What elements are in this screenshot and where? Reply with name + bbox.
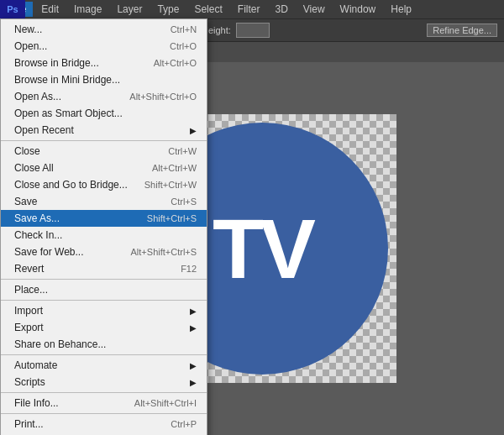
height-input[interactable] — [236, 23, 270, 38]
menu-type[interactable]: Type — [150, 2, 186, 17]
menu-item-new[interactable]: New... Ctrl+N — [1, 21, 207, 38]
menu-item-browse-mini[interactable]: Browse in Mini Bridge... — [1, 71, 207, 88]
menu-item-export[interactable]: Export ▶ — [1, 319, 207, 336]
menu-separator-6 — [1, 413, 207, 414]
menu-separator-2 — [1, 279, 207, 280]
menu-separator-1 — [1, 140, 207, 141]
menu-item-close-bridge[interactable]: Close and Go to Bridge... Shift+Ctrl+W — [1, 176, 207, 193]
menu-item-open-smart[interactable]: Open as Smart Object... — [1, 105, 207, 122]
menu-separator-5 — [1, 392, 207, 393]
menu-item-save-web[interactable]: Save for Web... Alt+Shift+Ctrl+S — [1, 244, 207, 260]
menu-item-save-as[interactable]: Save As... Shift+Ctrl+S — [1, 210, 207, 227]
menu-window[interactable]: Window — [333, 2, 383, 17]
menu-item-file-info[interactable]: File Info... Alt+Shift+Ctrl+I — [1, 395, 207, 411]
menu-bar: Ps File Edit Image Layer Type Select Fil… — [0, 0, 504, 18]
menu-help[interactable]: Help — [384, 2, 418, 17]
menu-layer[interactable]: Layer — [110, 2, 149, 17]
ps-logo: Ps — [0, 0, 25, 18]
menu-item-automate[interactable]: Automate ▶ — [1, 357, 207, 374]
menu-item-revert[interactable]: Revert F12 — [1, 260, 207, 277]
menu-item-save[interactable]: Save Ctrl+S — [1, 193, 207, 210]
menu-item-share-behance[interactable]: Share on Behance... — [1, 336, 207, 353]
menu-filter[interactable]: Filter — [231, 2, 267, 17]
menu-separator-4 — [1, 354, 207, 355]
menu-separator-3 — [1, 300, 207, 301]
menu-item-scripts[interactable]: Scripts ▶ — [1, 374, 207, 390]
refine-edge-button[interactable]: Refine Edge... — [427, 24, 497, 37]
menu-item-close-all[interactable]: Close All Alt+Ctrl+W — [1, 160, 207, 176]
menu-item-open-as[interactable]: Open As... Alt+Shift+Ctrl+O — [1, 88, 207, 105]
menu-edit[interactable]: Edit — [34, 2, 66, 17]
menu-3d[interactable]: 3D — [268, 2, 294, 17]
menu-item-browse-bridge[interactable]: Browse in Bridge... Alt+Ctrl+O — [1, 55, 207, 71]
menu-item-open-recent[interactable]: Open Recent ▶ — [1, 122, 207, 139]
tv-logo-text: TV — [213, 201, 312, 297]
menu-item-print[interactable]: Print... Ctrl+P — [1, 416, 207, 432]
menu-item-close[interactable]: Close Ctrl+W — [1, 143, 207, 160]
menu-image[interactable]: Image — [67, 2, 108, 17]
menu-item-open[interactable]: Open... Ctrl+O — [1, 38, 207, 55]
file-dropdown-menu: New... Ctrl+N Open... Ctrl+O Browse in B… — [0, 18, 207, 435]
menu-view[interactable]: View — [297, 2, 332, 17]
menu-item-check-in[interactable]: Check In... — [1, 227, 207, 244]
menu-select[interactable]: Select — [187, 2, 228, 17]
menu-item-place[interactable]: Place... — [1, 281, 207, 298]
menu-item-import[interactable]: Import ▶ — [1, 302, 207, 319]
